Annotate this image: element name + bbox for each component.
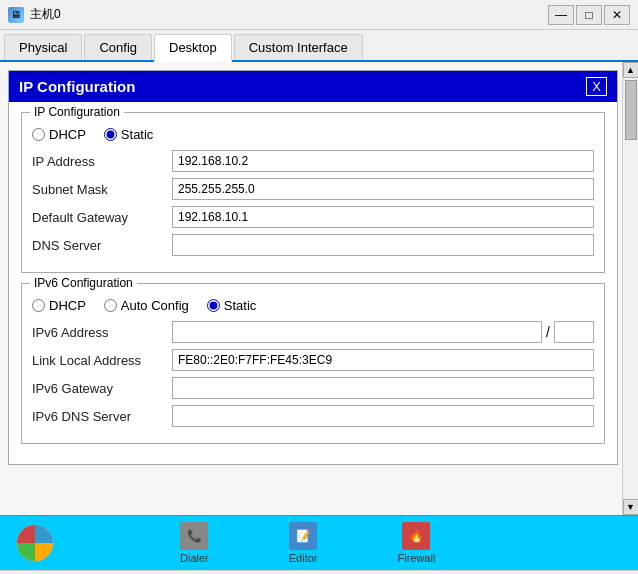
- dns-server-label: DNS Server: [32, 238, 172, 253]
- title-bar-buttons: — □ ✕: [548, 5, 630, 25]
- svg-text:📞: 📞: [187, 528, 202, 543]
- ipv6-dns-server-label: IPv6 DNS Server: [32, 409, 172, 424]
- ipv4-section: IP Configuration DHCP Static IP Address: [21, 112, 605, 273]
- ip-config-dialog: IP Configuration X IP Configuration DHCP…: [8, 70, 618, 465]
- subnet-mask-row: Subnet Mask: [32, 178, 594, 200]
- scrollbar-thumb[interactable]: [625, 80, 637, 140]
- dns-server-input[interactable]: [172, 234, 594, 256]
- maximize-button[interactable]: □: [576, 5, 602, 25]
- ipv4-section-title: IP Configuration: [30, 105, 124, 119]
- ipv6-slash: /: [546, 324, 550, 340]
- ipv6-dns-server-input[interactable]: [172, 405, 594, 427]
- ipv6-address-label: IPv6 Address: [32, 325, 172, 340]
- ipv6-address-row: IPv6 Address /: [32, 321, 594, 343]
- ipv6-dhcp-radio[interactable]: DHCP: [32, 298, 86, 313]
- editor-icon[interactable]: 📝 Editor: [289, 522, 318, 564]
- dns-server-row: DNS Server: [32, 234, 594, 256]
- ipv6-prefix-input[interactable]: [554, 321, 594, 343]
- default-gateway-label: Default Gateway: [32, 210, 172, 225]
- minimize-button[interactable]: —: [548, 5, 574, 25]
- firewall-icon[interactable]: 🔥 Firewall: [397, 522, 435, 564]
- svg-text:📝: 📝: [296, 528, 311, 543]
- ipv6-gateway-label: IPv6 Gateway: [32, 381, 172, 396]
- link-local-address-input[interactable]: [172, 349, 594, 371]
- subnet-mask-input[interactable]: [172, 178, 594, 200]
- ipv6-section: IPv6 Configuration DHCP Auto Config Stat…: [21, 283, 605, 444]
- dialer-icon[interactable]: 📞 Dialer: [180, 522, 209, 564]
- firewall-label: Firewall: [397, 552, 435, 564]
- ip-dialog-close-button[interactable]: X: [586, 77, 607, 96]
- ipv6-section-title: IPv6 Configuration: [30, 276, 137, 290]
- link-local-address-label: Link Local Address: [32, 353, 172, 368]
- ip-address-input[interactable]: [172, 150, 594, 172]
- ipv6-autoconfig-radio[interactable]: Auto Config: [104, 298, 189, 313]
- ipv4-dhcp-radio[interactable]: DHCP: [32, 127, 86, 142]
- ip-dialog-title: IP Configuration: [19, 78, 135, 95]
- ipv6-address-input[interactable]: [172, 321, 542, 343]
- tab-config[interactable]: Config: [84, 34, 152, 60]
- subnet-mask-label: Subnet Mask: [32, 182, 172, 197]
- tab-desktop[interactable]: Desktop: [154, 34, 232, 62]
- ip-address-row: IP Address: [32, 150, 594, 172]
- link-local-address-row: Link Local Address: [32, 349, 594, 371]
- svg-text:🔥: 🔥: [409, 528, 424, 543]
- bottom-bar: 📞 Dialer 📝 Editor 🔥 Firewall: [0, 515, 638, 570]
- ip-dialog-body: IP Configuration DHCP Static IP Address: [9, 102, 617, 464]
- ip-dialog-header: IP Configuration X: [9, 71, 617, 102]
- default-gateway-input[interactable]: [172, 206, 594, 228]
- tab-physical[interactable]: Physical: [4, 34, 82, 60]
- firewall-svg: 🔥: [402, 522, 430, 550]
- status-bar: https://blog.csdn.net/weixin_43e...: [0, 570, 638, 574]
- ipv4-static-radio[interactable]: Static: [104, 127, 154, 142]
- title-bar-icon: 🖥: [8, 7, 24, 23]
- scroll-down-button[interactable]: ▼: [623, 499, 639, 515]
- scroll-up-button[interactable]: ▲: [623, 62, 639, 78]
- network-icon-left: [10, 523, 60, 563]
- editor-label: Editor: [289, 552, 318, 564]
- ipv6-dns-server-row: IPv6 DNS Server: [32, 405, 594, 427]
- scrollbar[interactable]: ▲ ▼: [622, 62, 638, 515]
- default-gateway-row: Default Gateway: [32, 206, 594, 228]
- ipv4-radio-row: DHCP Static: [32, 127, 594, 142]
- tab-bar: Physical Config Desktop Custom Interface: [0, 30, 638, 62]
- title-bar-title: 主机0: [30, 6, 548, 23]
- ipv6-gateway-row: IPv6 Gateway: [32, 377, 594, 399]
- editor-svg: 📝: [289, 522, 317, 550]
- dialer-label: Dialer: [180, 552, 209, 564]
- ipv6-gateway-input[interactable]: [172, 377, 594, 399]
- dialer-svg: 📞: [180, 522, 208, 550]
- ipv6-static-radio[interactable]: Static: [207, 298, 257, 313]
- close-button[interactable]: ✕: [604, 5, 630, 25]
- ipv6-radio-row: DHCP Auto Config Static: [32, 298, 594, 313]
- content-area: IP Configuration X IP Configuration DHCP…: [0, 62, 638, 515]
- ip-address-label: IP Address: [32, 154, 172, 169]
- title-bar: 🖥 主机0 — □ ✕: [0, 0, 638, 30]
- tab-custom-interface[interactable]: Custom Interface: [234, 34, 363, 60]
